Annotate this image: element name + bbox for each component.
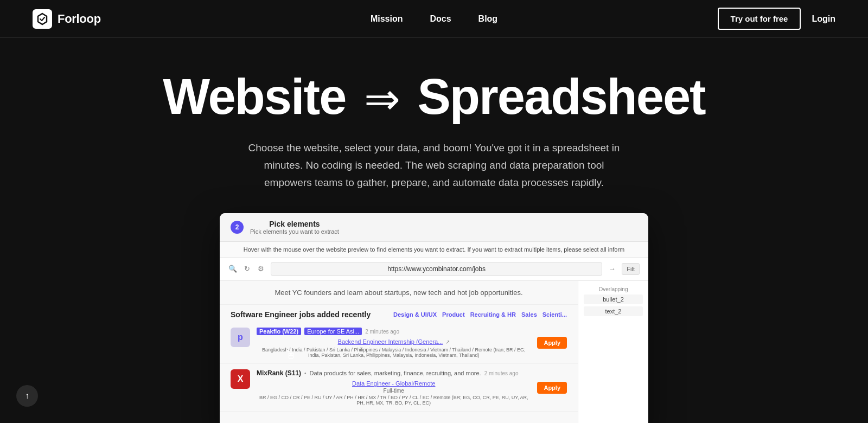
link-product[interactable]: Product — [442, 311, 465, 318]
nav-links: Mission Docs Blog — [371, 14, 497, 24]
navbar: Forloop Mission Docs Blog Try out for fr… — [0, 0, 868, 38]
link-scienti[interactable]: Scienti... — [542, 311, 567, 318]
hero-title-part1: Website — [163, 69, 346, 124]
browser-bar: 🔍 ↻ ⚙ https://www.ycombinator.com/jobs →… — [220, 258, 648, 281]
job-item-1: p Peakflo (W22) Europe for SE Asi... 2 m… — [220, 322, 578, 364]
apply-button-2[interactable]: Apply — [537, 382, 567, 394]
logo-text: Forloop — [58, 12, 101, 26]
link-sales[interactable]: Sales — [521, 311, 537, 318]
nav-blog[interactable]: Blog — [478, 14, 498, 24]
job-info-2: MixRank (S11) • Data products for sales,… — [257, 369, 531, 406]
navbar-actions: Try out for free Login — [718, 8, 835, 30]
job-role-1[interactable]: Europe for SE Asi... — [304, 328, 362, 335]
scroll-to-top-button[interactable]: ↑ — [16, 385, 38, 407]
sidebar-item-text2[interactable]: text_2 — [584, 306, 643, 316]
section-title-text: Software Engineer jobs added recently — [231, 310, 371, 319]
hero-title-part2: Spreadsheet — [417, 69, 705, 124]
svg-rect-0 — [33, 9, 52, 29]
job-type-2: Full-time — [257, 388, 531, 394]
instruction-text: Hover with the mouse over the website pr… — [244, 246, 625, 253]
job-item-2: X MixRank (S11) • Data products for sale… — [220, 364, 578, 412]
apply-button-1[interactable]: Apply — [537, 337, 567, 349]
job-link-1[interactable]: Backend Engineer Internship (Genera... ↗ — [257, 336, 531, 346]
company-desc-2: Data products for sales, marketing, fina… — [310, 370, 481, 376]
link-design[interactable]: Design & UI/UX — [393, 311, 437, 318]
hero-arrow: ⇒ — [364, 76, 399, 122]
job-link-2[interactable]: Data Engineer - Global/Remote — [257, 378, 531, 388]
job-logo-2: X — [231, 369, 250, 389]
arrow-right-icon[interactable]: → — [608, 265, 616, 273]
company-name-2[interactable]: MixRank (S11) — [257, 369, 301, 377]
nav-docs[interactable]: Docs — [430, 14, 451, 24]
pick-elements-title: Pick elements — [250, 220, 339, 228]
nav-mission[interactable]: Mission — [371, 14, 403, 24]
preview-container: 2 Pick elements Pick elements you want t… — [220, 213, 648, 423]
job-title-row-1: Peakflo (W22) Europe for SE Asi... 2 min… — [257, 328, 531, 335]
sidebar-panel: Overlapping bullet_2 text_2 — [578, 281, 648, 423]
step-badge: 2 — [231, 221, 244, 234]
sidebar-label: Overlapping — [584, 286, 643, 292]
yc-section-title: Software Engineer jobs added recently De… — [220, 305, 578, 322]
refresh-icon[interactable]: ↻ — [242, 265, 251, 273]
website-preview: Meet YC founders and learn about startup… — [220, 281, 578, 423]
company-name-1[interactable]: Peakflo (W22) — [257, 328, 301, 335]
pick-elements-sub: Pick elements you want to extract — [250, 228, 339, 235]
filter-button[interactable]: Filt — [622, 263, 640, 275]
preview-header: 2 Pick elements Pick elements you want t… — [220, 213, 648, 242]
step-info: Pick elements Pick elements you want to … — [250, 220, 339, 235]
job-location-2: BR / EG / CO / CR / PE / RU / UY / AR / … — [257, 395, 531, 406]
job-title-row-2: MixRank (S11) • Data products for sales,… — [257, 369, 531, 377]
hero-subtitle: Choose the website, select your data, an… — [244, 139, 624, 192]
job-logo-1: p — [231, 328, 250, 347]
yc-banner: Meet YC founders and learn about startup… — [220, 281, 578, 305]
try-free-button[interactable]: Try out for free — [718, 8, 801, 30]
search-browser-icon[interactable]: 🔍 — [228, 265, 237, 273]
url-bar[interactable]: https://www.ycombinator.com/jobs — [271, 262, 602, 276]
scroll-up-icon: ↑ — [25, 391, 29, 401]
logo[interactable]: Forloop — [33, 9, 101, 29]
job-meta-1: 2 minutes ago — [365, 329, 399, 335]
settings-icon[interactable]: ⚙ — [257, 265, 265, 273]
link-recruiting[interactable]: Recruiting & HR — [470, 311, 516, 318]
instruction-bar: Hover with the mouse over the website pr… — [220, 242, 648, 258]
sidebar-item-bullet2[interactable]: bullet_2 — [584, 294, 643, 304]
forloop-logo-icon — [33, 9, 52, 29]
job-location-1: Bangladesh / India / Pakistan / Sri Lank… — [257, 347, 531, 358]
job-meta-2: • — [304, 370, 307, 376]
job-info-1: Peakflo (W22) Europe for SE Asi... 2 min… — [257, 328, 531, 358]
login-button[interactable]: Login — [812, 14, 835, 24]
hero-section: Website ⇒ Spreadsheet Choose the website… — [0, 38, 868, 423]
section-links: Design & UI/UX Product Recruiting & HR S… — [393, 311, 567, 318]
preview-content: Meet YC founders and learn about startup… — [220, 281, 648, 423]
hero-title: Website ⇒ Spreadsheet — [163, 70, 705, 123]
job-time-2: 2 minutes ago — [484, 370, 519, 376]
